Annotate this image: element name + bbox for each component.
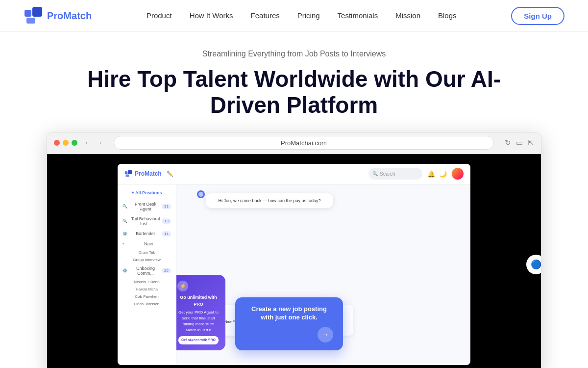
browser-actions: ▭ ⇱ — [516, 138, 534, 147]
bot-icon — [198, 192, 203, 197]
svg-rect-0 — [24, 10, 31, 17]
forward-icon[interactable]: → — [95, 138, 103, 147]
browser-bar: ← → ProMatchai.com ↻ ▭ ⇱ — [47, 132, 541, 154]
cta-overlay-title: Create a new job posting with just one c… — [245, 305, 333, 322]
badge-icon: 🔵 — [531, 259, 541, 270]
inner-search[interactable]: 🔍 Search — [368, 168, 422, 180]
svg-point-6 — [198, 192, 203, 197]
cta-arrow-button[interactable]: → — [318, 327, 333, 342]
promo-card[interactable]: ⚡ Go unlimited with PRO Get your PRO Age… — [176, 275, 225, 350]
nav-item-pricing[interactable]: Pricing — [297, 11, 320, 20]
nav-item-blogs[interactable]: Blogs — [438, 11, 457, 20]
sidebar-sub-harcia: Harcia Mafia — [118, 286, 176, 293]
inner-app: ProMatch ✏️ 🔍 Search 🔔 🌙 — [118, 164, 470, 365]
promo-icon: ⚡ — [177, 281, 188, 291]
sidebar-item-unboxing[interactable]: ⚙️ Unboxing Comm... 26 — [118, 263, 176, 278]
svg-rect-2 — [26, 18, 35, 24]
edit-icon[interactable]: ✏️ — [167, 171, 173, 177]
moon-icon[interactable]: 🌙 — [439, 170, 447, 178]
inner-main: Hi Jon, we came back — how can the pay u… — [176, 184, 470, 365]
inner-body: + All Positions 🔍 Front Desk Agent 31 🔍 … — [118, 184, 470, 365]
svg-rect-3 — [125, 171, 128, 174]
sidebar-sub-cob: Cob Parwhen — [118, 293, 176, 300]
sidebar-sub-nevels: Nevels + Benn — [118, 278, 176, 286]
nav-item-features[interactable]: Features — [251, 11, 280, 20]
user-row: Laura Thompson — [176, 336, 220, 345]
promo-card-body: Get your PRO Agent to send that final st… — [177, 310, 220, 333]
inner-sidebar: + All Positions 🔍 Front Desk Agent 31 🔍 … — [118, 184, 176, 365]
sidebar-item-navi[interactable]: • Navi — [118, 239, 176, 249]
back-icon[interactable]: ← — [84, 138, 92, 147]
logo-text: ProMatch — [47, 10, 92, 22]
browser-nav-buttons[interactable]: ← → — [84, 138, 103, 147]
chat-message: Hi Jon, we came back — how can the pay u… — [218, 198, 320, 203]
sidebar-item-front-desk[interactable]: 🔍 Front Desk Agent 31 — [118, 199, 176, 214]
chat-avatar — [197, 190, 205, 198]
dot-green — [72, 140, 77, 146]
user-name: Laura Thompson — [179, 338, 209, 343]
fullscreen-icon[interactable]: ⇱ — [528, 138, 534, 147]
nav-links: Product How It Works Features Pricing Te… — [147, 11, 457, 20]
chat-bubble: Hi Jon, we came back — how can the pay u… — [206, 193, 333, 208]
signup-button[interactable]: Sign Up — [511, 7, 564, 25]
inner-logo: ProMatch — [124, 170, 162, 178]
app-screenshot: ProMatch ✏️ 🔍 Search 🔔 🌙 — [47, 154, 541, 368]
inner-logo-icon — [124, 170, 132, 178]
svg-rect-5 — [125, 175, 129, 177]
dot-red — [54, 140, 60, 146]
nav-item-howitworks[interactable]: How It Works — [190, 11, 233, 20]
dot-yellow — [63, 140, 69, 146]
sidebar-item-behavioral[interactable]: 🔍 Tail Behavioral Inst... 13 — [118, 214, 176, 229]
user-avatar[interactable] — [452, 168, 464, 180]
right-badge: 🔵 — [526, 255, 541, 274]
hero-title: Hire Top Talent Worldwide with Our AI-Dr… — [74, 66, 514, 118]
browser-dots — [54, 140, 77, 146]
promo-card-title: Go unlimited with PRO — [177, 294, 220, 308]
sidebar-sub-drumtek: Drum Tek — [118, 249, 176, 256]
refresh-icon[interactable]: ↻ — [505, 138, 511, 147]
cta-overlay[interactable]: Create a new job posting with just one c… — [235, 297, 343, 350]
inner-topbar-icons: 🔔 🌙 — [427, 170, 447, 178]
nav-item-testimonials[interactable]: Testimonials — [338, 11, 378, 20]
sidebar-header: + All Positions — [118, 188, 176, 199]
external-link-icon[interactable]: ▭ — [516, 138, 523, 147]
browser-url-bar[interactable]: ProMatchai.com — [114, 136, 494, 150]
bell-icon[interactable]: 🔔 — [427, 170, 435, 178]
logo[interactable]: ProMatch — [24, 6, 92, 26]
nav-item-mission[interactable]: Mission — [395, 11, 420, 20]
svg-rect-4 — [128, 170, 132, 174]
browser-mockup: ← → ProMatchai.com ↻ ▭ ⇱ — [47, 132, 541, 368]
logo-icon — [24, 6, 43, 26]
inner-topbar: ProMatch ✏️ 🔍 Search 🔔 🌙 — [118, 164, 470, 184]
inner-brand-name: ProMatch — [135, 170, 162, 177]
search-icon: 🔍 — [372, 171, 378, 176]
svg-rect-1 — [32, 7, 42, 17]
hero-section: Streamlining Everything from Job Posts t… — [0, 32, 588, 368]
sidebar-sub-group-interview: Group Interview — [118, 256, 176, 263]
navbar: ProMatch Product How It Works Features P… — [0, 0, 588, 32]
sidebar-item-bartender[interactable]: ⚙️ Bartender 14 — [118, 229, 176, 239]
sidebar-sub-linda: Linda Janssen — [118, 300, 176, 308]
search-label: Search — [380, 171, 395, 177]
url-text: ProMatchai.com — [281, 139, 327, 147]
hero-subtitle: Streamlining Everything from Job Posts t… — [24, 50, 564, 58]
nav-item-product[interactable]: Product — [147, 11, 172, 20]
